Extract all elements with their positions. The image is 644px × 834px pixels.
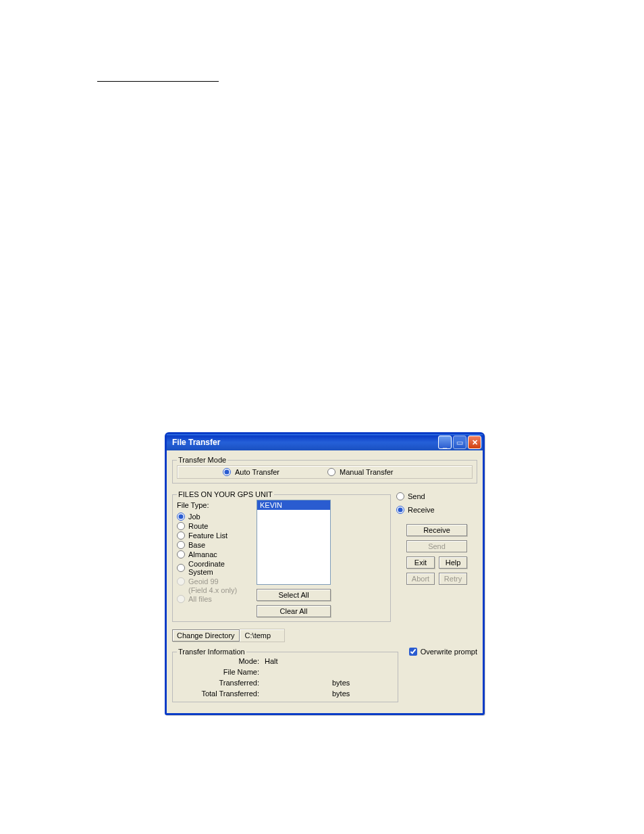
transfer-mode-group: Transfer Mode Auto Transfer Manual Trans…	[172, 456, 477, 484]
total-transferred-unit: bytes	[332, 689, 373, 698]
file-type-job[interactable]: Job	[177, 512, 251, 521]
minimize-button[interactable]: _	[438, 436, 452, 449]
mode-value: Halt	[265, 657, 332, 665]
horizontal-rule	[97, 81, 219, 82]
transfer-info-group: Transfer Information Mode: Halt File Nam…	[172, 648, 398, 702]
change-directory-button[interactable]: Change Directory	[172, 629, 240, 642]
minimize-icon: _	[443, 440, 447, 448]
manual-transfer-label: Manual Transfer	[340, 468, 393, 476]
receive-button[interactable]: Receive	[406, 524, 467, 536]
mode-label: Mode:	[177, 657, 265, 665]
abort-button: Abort	[406, 573, 435, 585]
right-column: Send Receive Receive Send Exit Help Abor…	[396, 488, 477, 585]
file-type-base[interactable]: Base	[177, 540, 251, 550]
overwrite-prompt-label: Overwrite prompt	[421, 648, 477, 656]
transferred-unit: bytes	[332, 679, 373, 687]
auto-transfer-option[interactable]: Auto Transfer	[178, 466, 325, 478]
overwrite-prompt-option[interactable]: Overwrite prompt	[409, 648, 477, 656]
direction-send-radio[interactable]	[396, 492, 404, 500]
client-area: Transfer Mode Auto Transfer Manual Trans…	[167, 450, 483, 713]
file-type-feature-list[interactable]: Feature List	[177, 531, 251, 540]
titlebar[interactable]: File Transfer _ ▭ ✕	[167, 434, 483, 450]
file-type-route-radio[interactable]	[177, 522, 185, 530]
file-type-route[interactable]: Route	[177, 521, 251, 531]
file-type-label: File Type:	[177, 501, 251, 509]
window-title: File Transfer	[172, 438, 220, 447]
file-transfer-window: File Transfer _ ▭ ✕ Transfer Mode Auto T…	[165, 432, 485, 715]
file-type-geoid-sub: (Field 4.x only)	[177, 586, 251, 594]
select-all-button[interactable]: Select All	[257, 589, 331, 601]
maximize-button: ▭	[453, 436, 466, 449]
file-type-almanac[interactable]: Almanac	[177, 550, 251, 559]
file-type-geoid: Geoid 99	[177, 577, 251, 586]
directory-row: Change Directory C:\temp	[172, 629, 477, 642]
file-type-all: All files	[177, 594, 251, 604]
list-item[interactable]: KEVIN	[257, 500, 330, 510]
close-icon: ✕	[472, 438, 478, 447]
help-button[interactable]: Help	[439, 556, 467, 569]
file-type-coord[interactable]: Coordinate System	[177, 559, 251, 577]
files-group: FILES ON YOUR GPS UNIT File Type: Job Ro…	[172, 490, 391, 622]
maximize-icon: ▭	[456, 438, 463, 447]
direction-radios: Send Receive	[396, 492, 477, 515]
auto-transfer-radio[interactable]	[223, 468, 231, 476]
transfer-info-legend: Transfer Information	[177, 648, 246, 656]
file-type-feature-radio[interactable]	[177, 531, 185, 540]
file-type-coord-radio[interactable]	[177, 564, 185, 572]
file-type-all-radio	[177, 595, 185, 603]
auto-transfer-label: Auto Transfer	[235, 468, 279, 476]
file-listbox[interactable]: KEVIN	[257, 500, 331, 585]
directory-path: C:\temp	[240, 629, 285, 642]
file-type-geoid-radio	[177, 577, 185, 585]
file-name-label: File Name:	[177, 668, 265, 676]
manual-transfer-option[interactable]: Manual Transfer	[325, 466, 472, 478]
clear-all-button[interactable]: Clear All	[257, 605, 331, 617]
manual-transfer-radio[interactable]	[327, 468, 336, 476]
direction-receive-radio[interactable]	[396, 506, 404, 514]
files-group-legend: FILES ON YOUR GPS UNIT	[177, 490, 274, 498]
direction-receive[interactable]: Receive	[396, 505, 477, 515]
transfer-mode-legend: Transfer Mode	[177, 456, 227, 464]
file-type-job-radio[interactable]	[177, 513, 185, 521]
transferred-label: Transferred:	[177, 679, 265, 687]
close-button[interactable]: ✕	[468, 436, 481, 449]
direction-send[interactable]: Send	[396, 492, 477, 501]
exit-button[interactable]: Exit	[406, 556, 435, 569]
window-controls: _ ▭ ✕	[438, 436, 481, 449]
file-type-almanac-radio[interactable]	[177, 550, 185, 558]
file-type-radios: Job Route Feature List Base Almanac Coor…	[177, 512, 251, 604]
retry-button: Retry	[439, 573, 467, 585]
send-button: Send	[406, 540, 467, 552]
total-transferred-label: Total Transferred:	[177, 689, 265, 698]
overwrite-prompt-checkbox[interactable]	[409, 648, 417, 656]
file-type-base-radio[interactable]	[177, 541, 185, 549]
